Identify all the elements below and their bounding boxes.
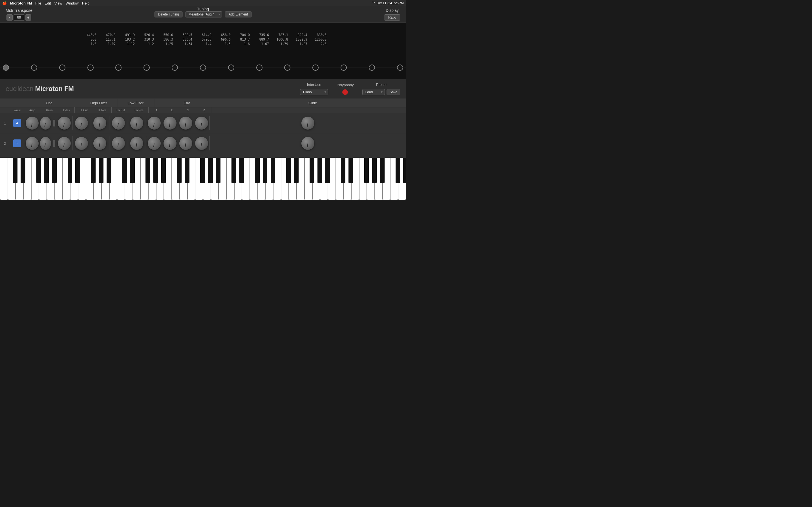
row1-env-s-knob[interactable]	[179, 117, 192, 129]
black-key-5-2[interactable]	[294, 158, 299, 183]
nodes-container	[0, 64, 406, 71]
black-key-6-5[interactable]	[372, 158, 377, 183]
node-4[interactable]	[115, 64, 121, 71]
black-key-4-1[interactable]	[232, 158, 236, 183]
row1-hicut-knob[interactable]	[75, 117, 88, 129]
row1-glide-knob[interactable]	[301, 117, 314, 129]
polyphony-toggle[interactable]	[342, 89, 348, 95]
node-0[interactable]	[3, 64, 9, 71]
row1-wave-button[interactable]: 4	[13, 119, 21, 127]
add-element-button[interactable]: Add Element	[225, 11, 252, 17]
black-key-1-6[interactable]	[107, 158, 111, 183]
menu-window[interactable]: Window	[66, 1, 79, 5]
menu-help[interactable]: Help	[82, 1, 90, 5]
node-11[interactable]	[312, 64, 319, 71]
node-12[interactable]	[341, 64, 347, 71]
node-2[interactable]	[59, 64, 65, 71]
black-key-0-5[interactable]	[44, 158, 49, 183]
row1-env-r-knob[interactable]	[195, 117, 208, 129]
black-key-4-4[interactable]	[255, 158, 260, 183]
row2-wave-button[interactable]: ~	[13, 139, 21, 147]
black-key-2-4[interactable]	[146, 158, 150, 183]
row1-amp-knob[interactable]	[26, 117, 39, 129]
black-key-7-1[interactable]	[396, 158, 400, 183]
midi-minus-button[interactable]: -	[6, 14, 13, 20]
row2-env-r-knob[interactable]	[195, 137, 208, 150]
row2-hires-knob[interactable]	[93, 137, 106, 150]
black-key-5-5[interactable]	[317, 158, 322, 183]
black-key-0-1[interactable]	[13, 158, 18, 183]
black-key-5-1[interactable]	[286, 158, 291, 183]
node-6[interactable]	[172, 64, 178, 71]
row1-hires-knob[interactable]	[93, 117, 106, 129]
black-key-2-5[interactable]	[153, 158, 158, 183]
black-key-1-1[interactable]	[68, 158, 72, 183]
node-1[interactable]	[31, 64, 37, 71]
row2-index-knob[interactable]	[58, 137, 71, 150]
black-key-3-1[interactable]	[177, 158, 182, 183]
preset-load-dropdown[interactable]: Load	[362, 89, 385, 95]
black-key-3-2[interactable]	[185, 158, 190, 183]
black-key-2-1[interactable]	[122, 158, 127, 183]
row1-lores-knob[interactable]	[130, 117, 143, 129]
node-3[interactable]	[87, 64, 94, 71]
row1-ratio-knob[interactable]	[40, 117, 51, 129]
black-key-6-4[interactable]	[364, 158, 369, 183]
black-key-5-6[interactable]	[325, 158, 330, 183]
menu-view[interactable]: View	[54, 1, 62, 5]
row2-amp-knob[interactable]	[26, 137, 39, 150]
preset-save-button[interactable]: Save	[387, 89, 400, 95]
delete-tuning-button[interactable]: Delete Tuning	[154, 11, 183, 17]
black-key-4-6[interactable]	[271, 158, 275, 183]
row2-locut-knob[interactable]	[112, 137, 125, 150]
apple-menu[interactable]: 🍎	[2, 1, 7, 5]
row2-env-d-knob[interactable]	[163, 137, 176, 150]
row1-env-a-knob[interactable]	[148, 117, 161, 129]
node-10[interactable]	[284, 64, 290, 71]
black-key-6-6[interactable]	[380, 158, 385, 183]
app-name-menu[interactable]: Microton FM	[10, 1, 32, 5]
black-key-2-6[interactable]	[161, 158, 166, 183]
black-key-3-6[interactable]	[216, 158, 221, 183]
row2-env-a-knob[interactable]	[148, 137, 161, 150]
black-key-4-5[interactable]	[263, 158, 267, 183]
black-key-5-4[interactable]	[310, 158, 314, 183]
row2-env-s-knob[interactable]	[179, 137, 192, 150]
black-key-1-4[interactable]	[91, 158, 96, 183]
tuning-preset-dropdown[interactable]: Meantone (Aug 4) Equal Temperament Just …	[186, 11, 222, 17]
node-7[interactable]	[200, 64, 206, 71]
black-key-3-5[interactable]	[208, 158, 213, 183]
row2-glide-knob[interactable]	[301, 137, 314, 150]
node-13[interactable]	[369, 64, 375, 71]
black-key-1-5[interactable]	[99, 158, 103, 183]
black-key-7-2[interactable]	[403, 158, 406, 183]
black-key-0-4[interactable]	[36, 158, 41, 183]
node-5[interactable]	[144, 64, 150, 71]
row1-env-d-knob[interactable]	[163, 117, 176, 129]
row1-index-knob[interactable]	[58, 117, 71, 129]
black-key-3-4[interactable]	[200, 158, 205, 183]
black-key-0-6[interactable]	[52, 158, 57, 183]
node-14[interactable]	[397, 64, 403, 71]
keyboard[interactable]	[0, 158, 406, 200]
black-key-2-2[interactable]	[130, 158, 135, 183]
black-key-6-2[interactable]	[349, 158, 353, 183]
node-9[interactable]	[256, 64, 262, 71]
row1-locut-knob[interactable]	[112, 117, 125, 129]
menu-file[interactable]: File	[35, 1, 41, 5]
midi-plus-button[interactable]: +	[25, 14, 31, 20]
black-key-1-2[interactable]	[75, 158, 80, 183]
ratio-button[interactable]: Ratio	[384, 14, 400, 20]
row2-ratio-knob[interactable]	[40, 137, 51, 150]
black-key-6-1[interactable]	[341, 158, 346, 183]
row2-lores-knob[interactable]	[130, 137, 143, 150]
node-8[interactable]	[228, 64, 234, 71]
black-key-4-2[interactable]	[239, 158, 244, 183]
black-key-0-2[interactable]	[20, 158, 26, 183]
menu-edit[interactable]: Edit	[45, 1, 51, 5]
white-key-0[interactable]	[0, 158, 8, 200]
row2-hicut-knob[interactable]	[75, 137, 88, 150]
interface-dropdown[interactable]: Piano Keys Pads	[300, 89, 328, 95]
row2-ratio-fine[interactable]	[53, 140, 55, 147]
row1-ratio-fine[interactable]	[53, 120, 55, 126]
